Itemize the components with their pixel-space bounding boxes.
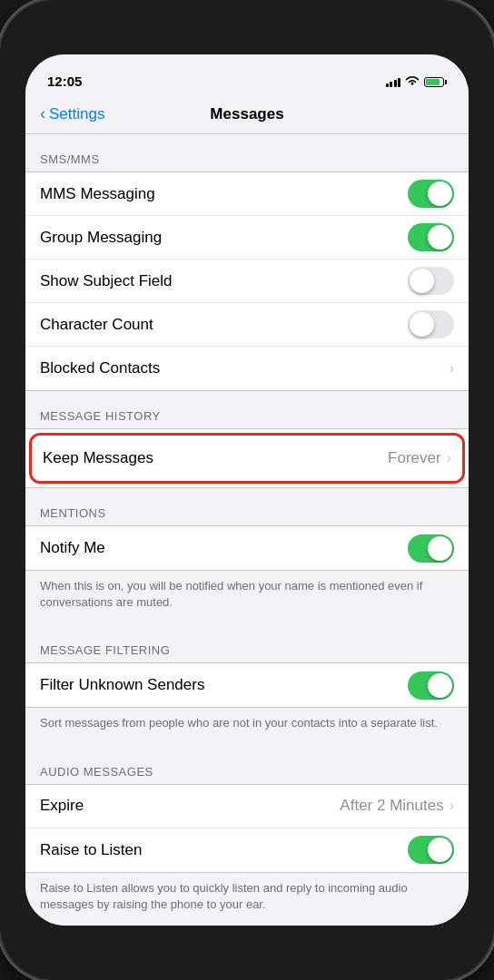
expire-right: After 2 Minutes › — [340, 797, 454, 815]
status-bar: 12:05 — [25, 54, 469, 94]
toggle-knob — [428, 838, 452, 862]
back-label: Settings — [49, 105, 104, 123]
back-button[interactable]: ‹ Settings — [40, 105, 104, 123]
expire-value: After 2 Minutes — [340, 797, 443, 815]
message-history-header: MESSAGE HISTORY — [25, 391, 469, 428]
group-messaging-label: Group Messaging — [40, 229, 162, 247]
keep-messages-highlight: Keep Messages Forever › — [29, 433, 465, 484]
expire-row[interactable]: Expire After 2 Minutes › — [25, 785, 469, 828]
message-history-group: Keep Messages Forever › — [25, 428, 469, 488]
toggle-knob — [428, 225, 452, 250]
keep-messages-row[interactable]: Keep Messages Forever › — [32, 436, 462, 481]
filter-unknown-senders-row[interactable]: Filter Unknown Senders — [25, 663, 469, 707]
battery-icon — [424, 77, 447, 87]
message-filtering-header: MESSAGE FILTERING — [25, 625, 469, 662]
chevron-left-icon: ‹ — [40, 104, 45, 123]
settings-content: SMS/MMS MMS Messaging Group Messaging — [25, 134, 469, 926]
show-subject-field-toggle[interactable] — [408, 267, 454, 295]
audio-messages-description: Raise to Listen allows you to quickly li… — [25, 873, 469, 926]
keep-messages-value: Forever — [388, 449, 441, 467]
keep-messages-right: Forever › — [388, 449, 451, 467]
toggle-knob — [428, 536, 452, 561]
group-messaging-toggle[interactable] — [408, 223, 454, 251]
character-count-label: Character Count — [40, 316, 153, 334]
raise-to-listen-toggle[interactable] — [408, 836, 454, 864]
mentions-description: When this is on, you will be notified wh… — [25, 571, 469, 625]
message-filtering-group: Filter Unknown Senders — [25, 662, 469, 708]
mms-messaging-toggle[interactable] — [408, 180, 454, 208]
chevron-right-icon: › — [450, 798, 454, 814]
signal-icon — [386, 78, 401, 87]
show-subject-field-row[interactable]: Show Subject Field — [25, 260, 469, 303]
filter-unknown-senders-toggle[interactable] — [408, 671, 454, 700]
blocked-contacts-row[interactable]: Blocked Contacts › — [25, 347, 469, 390]
notify-me-label: Notify Me — [40, 539, 105, 557]
wifi-icon — [405, 75, 420, 89]
nav-bar: ‹ Settings Messages — [25, 94, 469, 134]
character-count-toggle[interactable] — [408, 310, 454, 338]
mms-messaging-label: MMS Messaging — [40, 185, 155, 203]
group-messaging-row[interactable]: Group Messaging — [25, 216, 469, 260]
chevron-right-icon: › — [447, 450, 451, 466]
mentions-group: Notify Me — [25, 525, 469, 571]
chevron-right-icon: › — [450, 360, 454, 377]
notch — [174, 0, 320, 29]
mms-messaging-row[interactable]: MMS Messaging — [25, 172, 469, 216]
mentions-header: MENTIONS — [25, 488, 469, 525]
blocked-contacts-label: Blocked Contacts — [40, 359, 160, 377]
raise-to-listen-row[interactable]: Raise to Listen — [25, 828, 469, 872]
expire-label: Expire — [40, 797, 84, 815]
notify-me-toggle[interactable] — [408, 534, 454, 563]
toggle-knob — [410, 269, 434, 293]
toggle-knob — [410, 312, 434, 337]
keep-messages-label: Keep Messages — [43, 449, 153, 467]
message-filtering-description: Sort messages from people who are not in… — [25, 708, 469, 746]
filter-unknown-senders-label: Filter Unknown Senders — [40, 676, 204, 694]
toggle-knob — [428, 181, 452, 206]
phone-frame: 12:05 — [0, 0, 494, 980]
audio-messages-group: Expire After 2 Minutes › Raise to Listen — [25, 784, 469, 873]
status-time: 12:05 — [47, 74, 82, 89]
nav-title: Messages — [210, 105, 283, 123]
phone-screen: 12:05 — [25, 54, 469, 926]
toggle-knob — [428, 673, 452, 698]
status-icons — [386, 75, 448, 89]
audio-messages-header: AUDIO MESSAGES — [25, 747, 469, 784]
smsmms-header: SMS/MMS — [25, 134, 469, 172]
raise-to-listen-label: Raise to Listen — [40, 841, 142, 859]
notify-me-row[interactable]: Notify Me — [25, 526, 469, 570]
show-subject-field-label: Show Subject Field — [40, 272, 173, 290]
blocked-contacts-right: › — [450, 360, 454, 377]
smsmms-group: MMS Messaging Group Messaging Show Subje… — [25, 172, 469, 391]
character-count-row[interactable]: Character Count — [25, 303, 469, 347]
